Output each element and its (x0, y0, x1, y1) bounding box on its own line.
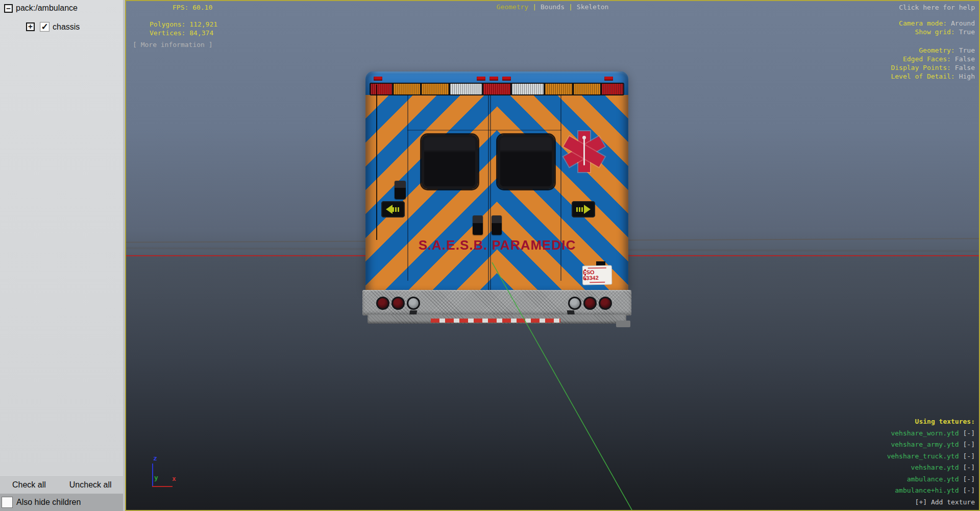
tree-row-root[interactable]: − pack:/ambulance (4, 4, 78, 13)
roof-marker-light (489, 77, 498, 81)
reverse-light (568, 297, 581, 310)
check-all-button[interactable]: Check all (12, 480, 46, 490)
tail-light-red (376, 297, 389, 310)
texture-row: vehshare_worn.ytd[-] (891, 429, 975, 437)
remove-texture-button[interactable]: [-] (963, 452, 975, 460)
rear-bumper (362, 290, 631, 315)
lightbar-amber-segment (394, 84, 420, 94)
ambulance-model[interactable]: S.A.E.S.B. PARAMEDIC FSO 63342 (365, 71, 628, 327)
setting-level-of-detail[interactable]: Level of Detail:High (891, 72, 975, 80)
tree-actions-bar: Check all Uncheck all (0, 475, 123, 494)
setting-value: False (955, 64, 975, 71)
right-arrow-decal-icon (572, 201, 595, 217)
remove-texture-button[interactable]: [-] (963, 486, 975, 494)
setting-value: True (959, 46, 975, 54)
tail-light-red (391, 297, 405, 310)
remove-texture-button[interactable]: [-] (963, 441, 975, 448)
collapse-expander-icon[interactable]: − (4, 4, 13, 13)
axis-x-line (152, 486, 173, 487)
tab-separator: | (569, 3, 573, 11)
expand-expander-icon[interactable]: + (26, 22, 35, 31)
lightbar-red-segment (602, 84, 623, 94)
setting-value: Around (951, 19, 975, 27)
door-handle-right (492, 215, 502, 235)
also-hide-children-checkbox[interactable] (2, 497, 13, 508)
chevron-right-half (497, 95, 629, 291)
lightbar-amber-segment (422, 84, 448, 94)
remove-texture-button[interactable]: [-] (963, 475, 975, 483)
arrow-head (386, 205, 393, 214)
texture-name: ambulance.ytd (907, 475, 959, 483)
tab-geometry[interactable]: Geometry (497, 3, 529, 11)
texture-name: ambulance+hi.ytd (895, 486, 959, 494)
left-arrow-decal-icon (381, 201, 405, 217)
roof-marker-light (604, 77, 613, 81)
tab-bounds[interactable]: Bounds (541, 3, 565, 11)
lightbar-white-segment (512, 84, 544, 94)
tail-light-red (599, 297, 612, 310)
vertices-counter: Vertices: 84,374 (150, 29, 213, 37)
texture-row: ambulance+hi.ytd[-] (895, 486, 975, 494)
polygons-counter: Polygons: 112,921 (150, 20, 217, 28)
door-center-seam (488, 95, 489, 291)
lightbar-amber-segment (574, 84, 600, 94)
plate-micro-text (590, 282, 605, 283)
add-texture-button[interactable]: [+] Add texture (915, 498, 975, 506)
chevron-left-half (365, 95, 497, 291)
lightbar-white-segment (450, 84, 482, 94)
tree-root-label[interactable]: pack:/ambulance (16, 4, 78, 13)
tab-separator: | (532, 3, 536, 11)
hide-children-bar: Also hide children (0, 494, 123, 511)
texture-name: vehshare_truck.ytd (887, 452, 959, 460)
ambulance-rear-body: S.A.E.S.B. PARAMEDIC (365, 71, 628, 291)
texture-name: vehshare.ytd (911, 464, 959, 471)
plate-number: FSO 63342 (583, 270, 611, 281)
setting-value: High (959, 72, 975, 80)
texture-row: vehshare_army.ytd[-] (891, 441, 975, 448)
tab-skeleton[interactable]: Skeleton (577, 3, 609, 11)
setting-label: Camera mode: (899, 19, 947, 27)
conspicuity-tape (431, 319, 560, 323)
setting-label: Edged Faces: (903, 55, 951, 63)
chassis-visibility-checkbox[interactable]: ✓ (40, 22, 50, 32)
lightbar-red-segment (483, 84, 510, 94)
bumper-skirt (368, 314, 626, 324)
setting-show-grid[interactable]: Show grid:True (915, 28, 975, 36)
arrow-tail (393, 207, 400, 212)
tail-light-red (583, 297, 597, 310)
plate-side-column (584, 269, 586, 282)
texture-row: vehshare_truck.ytd[-] (887, 452, 975, 460)
setting-value: False (955, 55, 975, 63)
more-information-link[interactable]: [ More information ] (133, 41, 213, 48)
roof-marker-light (477, 77, 485, 81)
roof-marker-light (502, 77, 511, 81)
setting-label: Level of Detail: (891, 72, 954, 80)
rear-livery-text: S.A.E.S.B. PARAMEDIC (407, 237, 587, 253)
setting-display-points[interactable]: Display Points:False (891, 64, 975, 71)
roof-marker-light (374, 77, 382, 81)
setting-edged-faces[interactable]: Edged Faces:False (903, 55, 975, 63)
setting-geometry[interactable]: Geometry:True (919, 46, 975, 54)
axis-z-label: z (153, 454, 157, 462)
door-handle-left (473, 215, 483, 235)
remove-texture-button[interactable]: [-] (963, 429, 975, 437)
arrow-head (584, 205, 591, 214)
exhaust-tip (616, 321, 630, 327)
tree-row-chassis[interactable]: + ✓ chassis (26, 22, 80, 32)
asclepius-staff (583, 138, 585, 165)
uncheck-all-button[interactable]: Uncheck all (69, 480, 112, 490)
viewport-3d[interactable]: S.A.E.S.B. PARAMEDIC FSO 63342 (125, 0, 980, 511)
setting-label: Geometry: (919, 46, 954, 54)
remove-texture-button[interactable]: [-] (963, 464, 975, 471)
axis-z-line (152, 464, 153, 487)
texture-name: vehshare_worn.ytd (891, 429, 959, 437)
tree-chassis-label[interactable]: chassis (53, 22, 80, 32)
star-of-life-icon (563, 131, 605, 173)
lightbar-amber-segment (545, 84, 572, 94)
setting-label: Show grid: (915, 28, 954, 36)
texture-row: ambulance.ytd[-] (907, 475, 975, 483)
setting-camera-mode[interactable]: Camera mode:Around (899, 19, 975, 27)
rear-window-left (422, 135, 478, 189)
axis-y-label: y (154, 474, 158, 481)
help-link[interactable]: Click here for help (899, 4, 975, 11)
